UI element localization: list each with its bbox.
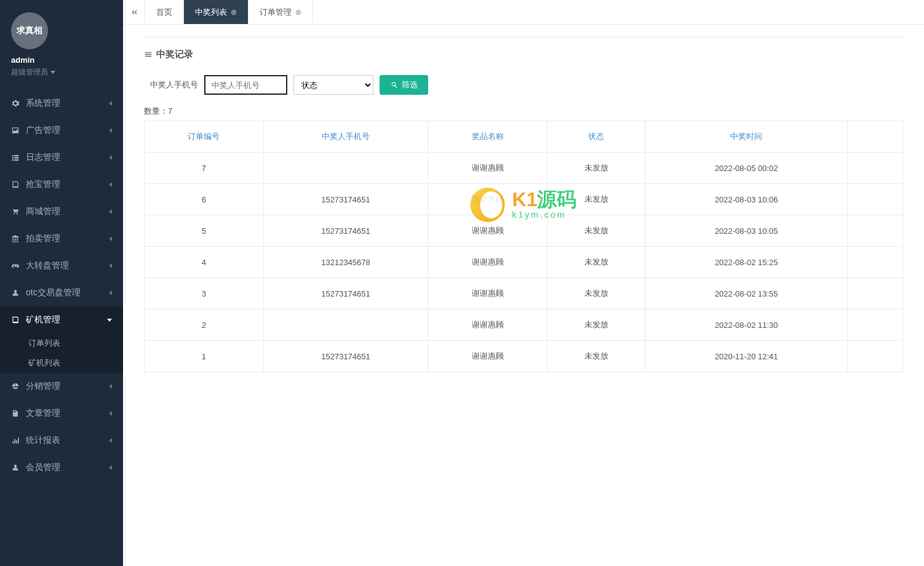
- sidebar-item-label: 拍卖管理: [26, 233, 60, 244]
- panel-title-text: 中奖记录: [156, 49, 193, 60]
- table-cell-time: 2022-08-03 10:05: [645, 215, 848, 247]
- table-cell-phone: 13212345678: [263, 247, 428, 278]
- filter-button[interactable]: 筛选: [380, 75, 428, 95]
- table-header-cell: 状态: [548, 121, 645, 153]
- sidebar-item-抢宝管理[interactable]: 抢宝管理: [0, 171, 123, 198]
- table-cell-prize: 谢谢惠顾: [428, 215, 548, 247]
- table-cell-actions: [848, 184, 903, 215]
- sidebar-item-label: 矿机管理: [26, 314, 60, 325]
- filter-button-label: 筛选: [402, 79, 418, 90]
- sidebar-item-文章管理[interactable]: 文章管理: [0, 400, 123, 427]
- sidebar-item-分销管理[interactable]: 分销管理: [0, 373, 123, 400]
- sidebar-item-otc交易盘管理[interactable]: otc交易盘管理: [0, 279, 123, 306]
- sidebar: 求真相 admin 超级管理员 系统管理广告管理日志管理抢宝管理商城管理拍卖管理…: [0, 0, 123, 566]
- table-cell-prize: 谢谢惠顾: [428, 153, 548, 184]
- sidebar-item-矿机管理[interactable]: 矿机管理: [0, 306, 123, 333]
- user-role-label: 超级管理员: [11, 67, 48, 78]
- sidebar-nav: 系统管理广告管理日志管理抢宝管理商城管理拍卖管理大转盘管理otc交易盘管理矿机管…: [0, 90, 123, 566]
- table-row: 413212345678谢谢惠顾未发放2022-08-02 15:25: [145, 247, 903, 278]
- table-cell-status: 未发放: [548, 153, 645, 184]
- chevron-icon: [109, 263, 112, 268]
- sub-nav: 订单列表矿机列表: [0, 333, 123, 373]
- sidebar-item-统计报表[interactable]: 统计报表: [0, 427, 123, 454]
- sidebar-item-日志管理[interactable]: 日志管理: [0, 144, 123, 171]
- close-icon[interactable]: ⊗: [295, 8, 301, 17]
- sub-nav-item-矿机列表[interactable]: 矿机列表: [0, 353, 123, 373]
- table-cell-time: 2022-08-05 00:02: [645, 153, 848, 184]
- table-cell-id: 4: [145, 247, 264, 278]
- table-cell-status: 未发放: [548, 278, 645, 309]
- book-icon: [11, 180, 20, 189]
- content-wrap: 中奖记录 中奖人手机号 状态 筛选 数量：7 订单编号中奖人手机号奖品名称状态中…: [144, 37, 903, 372]
- dashboard-icon: [11, 382, 20, 391]
- table-cell-status: 未发放: [548, 247, 645, 278]
- user-role-toggle[interactable]: 超级管理员: [11, 67, 55, 78]
- sidebar-item-拍卖管理[interactable]: 拍卖管理: [0, 225, 123, 252]
- chevron-icon: [109, 384, 112, 389]
- table-cell-actions: [848, 309, 903, 341]
- sidebar-item-大转盘管理[interactable]: 大转盘管理: [0, 252, 123, 279]
- chevron-icon: [109, 101, 112, 106]
- cart-icon: [11, 207, 20, 216]
- chevron-icon: [109, 290, 112, 295]
- table-row: 7谢谢惠顾未发放2022-08-05 00:02: [145, 153, 903, 184]
- caret-down-icon: [50, 71, 55, 74]
- table-cell-time: 2020-11-20 12:41: [645, 341, 848, 372]
- table-cell-time: 2022-08-03 10:06: [645, 184, 848, 215]
- table-cell-status: 未发放: [548, 184, 645, 215]
- table-body: 7谢谢惠顾未发放2022-08-05 00:02615273174651谢谢惠顾…: [145, 153, 903, 372]
- table-cell-phone: [263, 309, 428, 341]
- avatar-watermark: 求真相: [17, 25, 42, 36]
- table-cell-status: 未发放: [548, 341, 645, 372]
- chevron-icon: [109, 209, 112, 214]
- phone-input[interactable]: [204, 75, 287, 95]
- status-select[interactable]: 状态: [293, 75, 373, 95]
- table-row: 615273174651谢谢惠顾未发放2022-08-03 10:06: [145, 184, 903, 215]
- sidebar-item-广告管理[interactable]: 广告管理: [0, 117, 123, 144]
- table-cell-actions: [848, 278, 903, 309]
- sidebar-item-label: 广告管理: [26, 125, 60, 136]
- tab-中奖列表[interactable]: 中奖列表⊗: [184, 0, 249, 24]
- tab-label: 中奖列表: [195, 7, 227, 18]
- content: 中奖记录 中奖人手机号 状态 筛选 数量：7 订单编号中奖人手机号奖品名称状态中…: [123, 25, 924, 566]
- filter-row: 中奖人手机号 状态 筛选: [150, 75, 903, 95]
- close-icon[interactable]: ⊗: [231, 8, 237, 17]
- user-icon: [11, 289, 20, 297]
- tabs-prev-button[interactable]: [123, 0, 145, 24]
- sidebar-item-商城管理[interactable]: 商城管理: [0, 198, 123, 225]
- gear-icon: [11, 99, 20, 108]
- table-row: 315273174651谢谢惠顾未发放2022-08-02 13:55: [145, 278, 903, 309]
- sidebar-item-label: 统计报表: [26, 435, 60, 446]
- table-header-cell: [848, 121, 903, 153]
- table-cell-prize: 谢谢惠顾: [428, 309, 548, 341]
- tab-订单管理[interactable]: 订单管理⊗: [249, 0, 313, 24]
- bank-icon: [11, 234, 20, 243]
- table-cell-status: 未发放: [548, 309, 645, 341]
- table-cell-id: 2: [145, 309, 264, 341]
- sidebar-item-label: 商城管理: [26, 206, 60, 217]
- sidebar-item-label: 日志管理: [26, 152, 60, 163]
- table-cell-prize: 谢谢惠顾: [428, 247, 548, 278]
- table-cell-id: 7: [145, 153, 264, 184]
- table-cell-id: 1: [145, 341, 264, 372]
- table-cell-time: 2022-08-02 11:30: [645, 309, 848, 341]
- sidebar-item-会员管理[interactable]: 会员管理: [0, 454, 123, 481]
- doc-icon: [11, 409, 20, 418]
- table-cell-prize: 谢谢惠顾: [428, 278, 548, 309]
- count-value: 7: [168, 106, 172, 116]
- search-icon: [390, 81, 399, 89]
- bar-icon: [11, 436, 20, 445]
- sidebar-item-label: 大转盘管理: [26, 260, 69, 271]
- table-cell-id: 3: [145, 278, 264, 309]
- table-cell-status: 未发放: [548, 215, 645, 247]
- sidebar-item-系统管理[interactable]: 系统管理: [0, 90, 123, 117]
- table-cell-actions: [848, 341, 903, 372]
- sidebar-header: 求真相 admin 超级管理员: [0, 0, 123, 85]
- sub-nav-item-订单列表[interactable]: 订单列表: [0, 333, 123, 353]
- filter-phone-label: 中奖人手机号: [150, 79, 198, 90]
- chevron-icon: [109, 438, 112, 443]
- table-row: 2谢谢惠顾未发放2022-08-02 11:30: [145, 309, 903, 341]
- tab-首页[interactable]: 首页: [145, 0, 184, 24]
- table-cell-phone: 15273174651: [263, 341, 428, 372]
- chevron-icon: [109, 465, 112, 470]
